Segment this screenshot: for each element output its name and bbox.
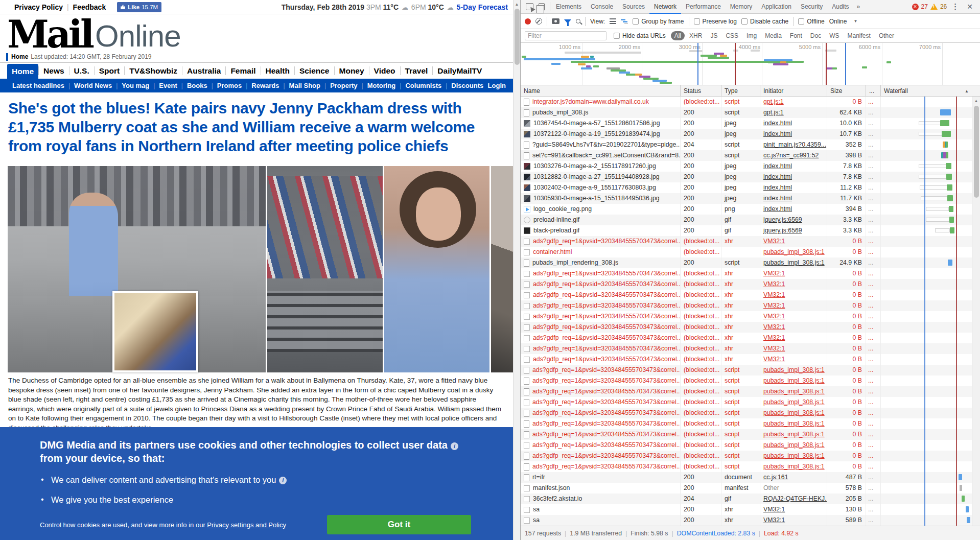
network-request-row[interactable]: 36c3fef2.akstat.io204gifRQAJ2-Q4TGF-HEKJ… [521, 494, 972, 504]
network-request-row[interactable]: 10305930-0-image-a-15_1551184495036.jpg2… [521, 193, 972, 204]
feedback-link[interactable]: Feedback [73, 3, 106, 11]
photo-inset-hillsborough[interactable] [112, 291, 198, 372]
network-request-row[interactable]: pubads_impl_rendering_308.js200scriptpub… [521, 257, 972, 268]
initiator-link[interactable]: VM32:1 [763, 356, 785, 363]
network-request-row[interactable]: ads?gdfp_req=1&pvsid=3203484555703473&co… [521, 461, 972, 472]
subnav-item-books[interactable]: Books [183, 82, 212, 89]
network-request-row[interactable]: ads?gdfp_req=1&pvsid=3203484555703473&co… [521, 365, 972, 375]
offline-checkbox[interactable] [798, 18, 804, 25]
scroll-up-arrow[interactable]: ▲ [514, 0, 520, 8]
clear-button[interactable] [535, 18, 542, 25]
network-request-row[interactable]: ads?gdfp_req=1&pvsid=3203484555703473&co… [521, 322, 972, 333]
devtools-menu-icon[interactable]: ⋮ [949, 2, 961, 11]
network-request-row[interactable]: ads?gdfp_req=1&pvsid=3203484555703473&co… [521, 279, 972, 290]
column-header-status[interactable]: Status [681, 85, 721, 97]
subnav-item-youmag[interactable]: You mag [118, 82, 153, 89]
nav-item-tvshowbiz[interactable]: TV&Showbiz [125, 63, 182, 79]
filter-pill-all[interactable]: All [671, 31, 685, 40]
filter-pill-js[interactable]: JS [707, 31, 721, 40]
facebook-like-button[interactable]: Like 15.7M [117, 2, 161, 12]
subnav-item-latestheadlines[interactable]: Latest headlines [8, 82, 68, 89]
mail-logo[interactable]: Mail [7, 17, 92, 51]
network-request-row[interactable]: ads?gdfp_req=1&pvsid=3203484555703473&co… [521, 300, 972, 311]
network-request-row[interactable]: logo_cookie_reg.png200pngindex.html394 B… [521, 204, 972, 215]
screenshot-capture-icon[interactable] [552, 18, 559, 24]
online-logo[interactable]: Online [95, 21, 180, 51]
initiator-link[interactable]: pubads_impl_308.js:1 [763, 441, 825, 449]
waterfall-view-icon[interactable] [621, 18, 628, 24]
network-request-row[interactable]: 10367454-0-image-a-57_1551286017586.jpg2… [521, 118, 972, 129]
network-request-row[interactable]: ads?gdfp_req=1&pvsid=3203484555703473&co… [521, 290, 972, 300]
network-request-row[interactable]: ads?gdfp_req=1&pvsid=3203484555703473&co… [521, 418, 972, 429]
initiator-link[interactable]: cc.js:161 [763, 474, 788, 481]
subnav-item-motoring[interactable]: Motoring [363, 82, 400, 89]
tab-console[interactable]: Console [586, 0, 618, 14]
network-request-row[interactable]: ads?gdfp_req=1&pvsid=3203484555703473&co… [521, 408, 972, 418]
initiator-link[interactable]: pubads_impl_308.js:1 [763, 388, 825, 395]
network-request-row[interactable]: black-preload.gif200gifjquery.js:65693.3… [521, 225, 972, 236]
subnav-item-promos[interactable]: Promos [213, 82, 246, 89]
network-request-row[interactable]: rt=ifr200documentcc.js:161487 B... [521, 472, 972, 483]
page-scrollbar[interactable]: ▲ [513, 0, 520, 540]
network-request-row[interactable]: manifest.json200manifestOther578 B... [521, 483, 972, 494]
network-request-row[interactable]: 10372122-0-image-a-19_1551291839474.jpg2… [521, 129, 972, 139]
got-it-button[interactable]: Got it [327, 515, 471, 534]
network-request-row[interactable]: preload-inline.gif200gifjquery.js:65693.… [521, 215, 972, 225]
filter-icon[interactable] [564, 19, 571, 24]
filter-pill-css[interactable]: CSS [722, 31, 742, 40]
network-request-row[interactable]: 10303276-0-image-a-2_1551178917260.jpg20… [521, 161, 972, 172]
initiator-link[interactable]: index.html [763, 162, 792, 170]
subnav-item-worldnews[interactable]: World News [70, 82, 116, 89]
photo-kate-closeup[interactable] [384, 166, 489, 372]
initiator-link[interactable]: VM32:1 [763, 270, 785, 277]
nav-item-money[interactable]: Money [335, 63, 369, 79]
privacy-policy-link[interactable]: Privacy Policy [14, 3, 63, 11]
network-request-row[interactable]: pubads_impl_308.js200scriptgpt.js:162.4 … [521, 107, 972, 118]
network-request-row[interactable]: sa200xhrVM32:1589 B... [521, 515, 972, 526]
column-header-initiator[interactable]: Initiator [760, 85, 827, 97]
nav-item-us[interactable]: U.S. [69, 63, 94, 79]
info-icon[interactable]: i [279, 477, 287, 484]
network-request-row[interactable]: ads?gdfp_req=1&pvsid=3203484555703473&co… [521, 236, 972, 247]
list-view-icon[interactable] [610, 18, 616, 24]
column-header-name[interactable]: Name [521, 85, 681, 97]
filter-pill-font[interactable]: Font [786, 31, 806, 40]
group-by-frame-checkbox[interactable] [633, 18, 639, 25]
initiator-link[interactable]: gpt.js:1 [763, 109, 784, 116]
network-request-row[interactable]: ads?gdfp_req=1&pvsid=3203484555703473&co… [521, 451, 972, 461]
initiator-link[interactable]: pubads_impl_308.js:1 [763, 463, 825, 470]
network-request-row[interactable]: ads?gdfp_req=1&pvsid=3203484555703473&co… [521, 397, 972, 408]
network-request-row[interactable]: ads?gdfp_req=1&pvsid=3203484555703473&co… [521, 429, 972, 440]
network-request-row[interactable]: sa200xhrVM32:1130 B... [521, 504, 972, 515]
disable-cache-checkbox[interactable] [741, 18, 748, 25]
initiator-link[interactable]: VM32:1 [763, 291, 785, 298]
more-tabs-button[interactable]: » [854, 3, 864, 10]
devtools-scrollbar[interactable]: ▲ [972, 97, 980, 526]
throttling-select[interactable]: Online ▼ [829, 18, 858, 25]
article-headline[interactable]: She's got the blues! Kate pairs navy Jen… [8, 99, 499, 155]
initiator-link[interactable]: pinit_main.js?0.4359... [763, 141, 826, 148]
initiator-link[interactable]: VM32:1 [763, 238, 785, 245]
filter-pill-xhr[interactable]: XHR [686, 31, 706, 40]
initiator-link[interactable]: index.html [763, 205, 792, 213]
initiator-link[interactable]: index.html [763, 195, 792, 202]
tab-sources[interactable]: Sources [618, 0, 649, 14]
scroll-up-arrow[interactable]: ▲ [972, 97, 980, 105]
tab-performance[interactable]: Performance [681, 0, 726, 14]
scrollbar-thumb[interactable] [515, 9, 520, 65]
initiator-link[interactable]: VM32:1 [763, 323, 785, 331]
initiator-link[interactable]: pubads_impl_308.js:1 [763, 420, 825, 427]
photo-crowd-flags[interactable] [267, 166, 383, 372]
initiator-link[interactable]: pubads_impl_308.js:1 [763, 431, 825, 438]
network-request-row[interactable]: 10312882-0-image-a-27_1551194408928.jpg2… [521, 172, 972, 182]
filter-pill-ws[interactable]: WS [826, 31, 843, 40]
initiator-link[interactable]: VM32:1 [763, 345, 785, 352]
initiator-link[interactable]: pubads_impl_308.js:1 [763, 409, 825, 416]
photo-partial-right[interactable] [491, 166, 513, 372]
tab-network[interactable]: Network [649, 0, 681, 14]
error-icon[interactable]: ✕ [912, 4, 919, 10]
initiator-link[interactable]: pubads_impl_308.js:1 [763, 248, 825, 255]
tab-elements[interactable]: Elements [551, 0, 586, 14]
device-toolbar-icon[interactable] [539, 3, 545, 11]
subnav-item-event[interactable]: Event [155, 82, 181, 89]
